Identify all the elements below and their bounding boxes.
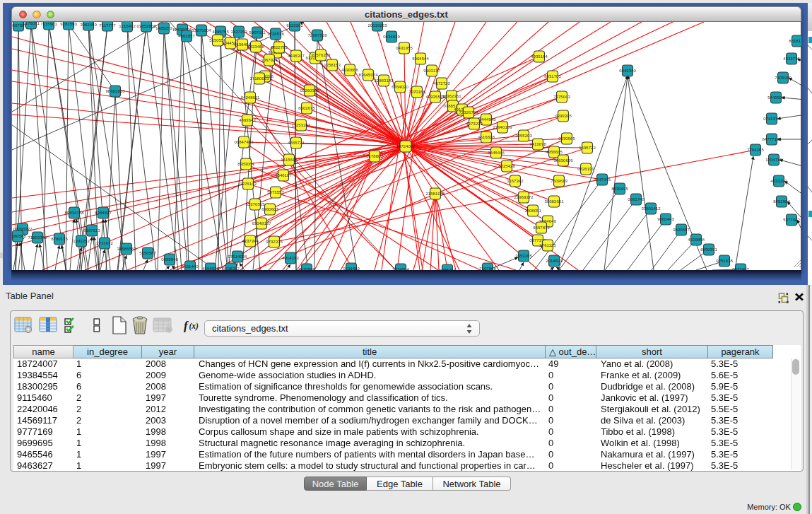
- svg-text:0251678: 0251678: [716, 258, 733, 263]
- svg-text:4930666: 4930666: [341, 67, 358, 72]
- svg-text:5449920: 5449920: [767, 95, 784, 100]
- svg-text:8452984: 8452984: [773, 199, 790, 204]
- svg-text:0234483: 0234483: [343, 266, 360, 270]
- svg-text:8780175: 8780175: [51, 236, 68, 241]
- svg-text:33801412: 33801412: [641, 206, 661, 211]
- svg-text:6167513: 6167513: [83, 228, 100, 233]
- svg-text:5178800: 5178800: [366, 153, 383, 158]
- svg-text:33875004: 33875004: [192, 28, 211, 33]
- svg-text:0376143: 0376143: [240, 181, 257, 186]
- svg-text:1067924: 1067924: [261, 57, 278, 62]
- svg-text:1311440: 1311440: [182, 264, 199, 269]
- svg-text:4446347: 4446347: [288, 53, 305, 58]
- svg-text:18362361: 18362361: [442, 93, 461, 98]
- svg-text:09260309: 09260309: [300, 88, 319, 93]
- svg-text:6176031: 6176031: [23, 22, 40, 25]
- svg-text:83645074: 83645074: [358, 72, 378, 77]
- svg-text:0431955: 0431955: [396, 45, 413, 50]
- svg-text:1485253: 1485253: [155, 25, 172, 30]
- svg-text:8890931: 8890931: [700, 247, 717, 252]
- svg-text:9907511: 9907511: [249, 30, 266, 35]
- svg-text:1695722: 1695722: [579, 145, 596, 150]
- svg-text:6122202: 6122202: [286, 23, 303, 28]
- svg-text:7215901: 7215901: [40, 22, 57, 26]
- svg-text:9180588: 9180588: [12, 233, 26, 238]
- svg-text:0930565: 0930565: [558, 136, 575, 141]
- svg-text:11253287: 11253287: [292, 122, 311, 127]
- svg-text:37576283: 37576283: [311, 52, 331, 57]
- svg-text:2646446: 2646446: [488, 150, 505, 155]
- svg-text:9208312: 9208312: [223, 266, 240, 270]
- svg-text:6849340: 6849340: [619, 68, 636, 73]
- svg-text:0741374: 0741374: [763, 116, 780, 121]
- svg-text:9281590: 9281590: [60, 22, 77, 26]
- svg-text:9103177: 9103177: [423, 68, 440, 73]
- svg-text:1258153: 1258153: [324, 62, 341, 67]
- svg-text:9829657: 9829657: [673, 227, 690, 232]
- svg-text:84777183: 84777183: [762, 136, 782, 141]
- svg-text:65370565: 65370565: [245, 201, 265, 206]
- svg-text:7375043: 7375043: [553, 94, 570, 99]
- svg-text:36630626: 36630626: [553, 158, 573, 163]
- svg-text:8831701: 8831701: [544, 74, 561, 78]
- svg-text:27940199: 27940199: [493, 124, 512, 129]
- svg-text:4956605: 4956605: [546, 149, 563, 154]
- svg-text:7970168: 7970168: [408, 89, 425, 94]
- svg-text:5904544: 5904544: [412, 56, 429, 61]
- svg-text:7824504: 7824504: [392, 267, 409, 270]
- svg-text:7167868: 7167868: [479, 266, 496, 270]
- svg-text:03852808: 03852808: [136, 23, 156, 28]
- svg-text:1167342: 1167342: [507, 178, 524, 183]
- svg-text:3353265: 3353265: [515, 253, 532, 258]
- svg-text:4264628: 4264628: [202, 266, 219, 270]
- svg-text:18724007: 18724007: [396, 144, 416, 148]
- svg-text:3308051: 3308051: [524, 208, 541, 213]
- svg-text:1215472: 1215472: [119, 23, 136, 28]
- svg-text:2761125: 2761125: [539, 243, 556, 247]
- svg-text:20018263: 20018263: [367, 23, 387, 28]
- svg-text:4633191: 4633191: [770, 178, 787, 183]
- svg-text:89834788: 89834788: [64, 210, 84, 215]
- svg-text:4170586: 4170586: [298, 267, 315, 270]
- svg-text:1341252: 1341252: [73, 238, 90, 243]
- svg-text:3962459: 3962459: [80, 22, 97, 27]
- svg-text:4014193: 4014193: [282, 255, 299, 260]
- svg-text:5150587: 5150587: [139, 250, 156, 255]
- svg-text:17180023: 17180023: [249, 76, 269, 81]
- svg-text:23969372: 23969372: [514, 194, 534, 199]
- svg-text:0088387: 0088387: [439, 267, 456, 270]
- svg-text:32686563: 32686563: [117, 246, 136, 251]
- svg-text:0822765: 0822765: [271, 45, 288, 49]
- svg-text:98682828: 98682828: [105, 88, 125, 93]
- svg-text:9060443: 9060443: [657, 216, 674, 221]
- svg-text:7117777: 7117777: [99, 23, 116, 28]
- svg-text:72326793: 72326793: [459, 110, 478, 115]
- svg-text:8384837: 8384837: [95, 210, 112, 215]
- svg-text:72997528: 72997528: [307, 33, 327, 37]
- svg-text:2014620: 2014620: [546, 258, 563, 263]
- svg-text:4935164: 4935164: [531, 54, 548, 59]
- svg-text:5377602: 5377602: [783, 217, 800, 222]
- svg-text:0399315: 0399315: [555, 113, 572, 118]
- svg-text:8530435: 8530435: [611, 186, 628, 191]
- svg-text:1415618: 1415618: [281, 157, 298, 162]
- svg-text:6764020: 6764020: [392, 84, 408, 89]
- svg-text:00847453: 00847453: [234, 139, 254, 144]
- svg-text:4862057: 4862057: [178, 33, 195, 38]
- svg-text:9413078: 9413078: [529, 141, 546, 146]
- svg-text:4337344: 4337344: [242, 238, 259, 243]
- svg-text:0423468: 0423468: [247, 44, 264, 49]
- svg-text:(x): (x): [189, 322, 199, 331]
- svg-text:0561748: 0561748: [628, 197, 645, 201]
- svg-text:6360607: 6360607: [261, 206, 278, 211]
- svg-text:3726516: 3726516: [267, 31, 284, 36]
- svg-text:4672720: 4672720: [433, 81, 450, 86]
- svg-text:0434839: 0434839: [383, 34, 400, 39]
- svg-text:0658948: 0658948: [161, 257, 178, 262]
- svg-text:5873557: 5873557: [267, 189, 284, 194]
- svg-text:71803340: 71803340: [28, 235, 47, 240]
- svg-text:21581086: 21581086: [425, 191, 445, 196]
- svg-text:52883143: 52883143: [374, 78, 394, 83]
- svg-text:1704718: 1704718: [765, 157, 782, 162]
- svg-text:4333776: 4333776: [783, 56, 800, 61]
